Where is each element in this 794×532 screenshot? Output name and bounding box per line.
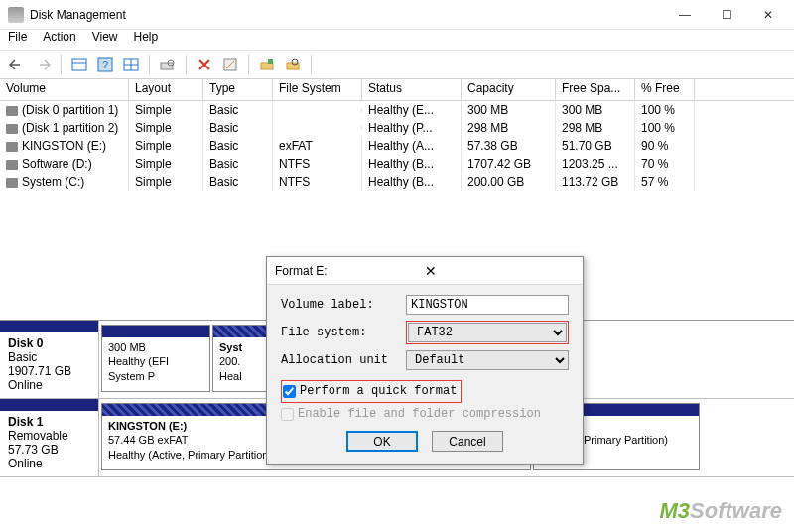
col-layout[interactable]: Layout — [129, 79, 203, 100]
col-free[interactable]: Free Spa... — [556, 79, 635, 100]
col-volume[interactable]: Volume — [0, 79, 129, 100]
col-pctfree[interactable]: % Free — [635, 79, 695, 100]
menu-view[interactable]: View — [92, 30, 118, 50]
dialog-title: Format E: — [275, 264, 425, 278]
forward-button[interactable] — [32, 54, 54, 75]
table-row[interactable]: KINGSTON (E:)SimpleBasicexFATHealthy (A.… — [0, 137, 794, 155]
ok-button[interactable]: OK — [346, 431, 418, 452]
quick-format-option[interactable]: Perform a quick format — [283, 384, 457, 398]
menu-file[interactable]: File — [8, 30, 27, 50]
col-type[interactable]: Type — [203, 79, 273, 100]
titlebar: Disk Management — ☐ ✕ — [0, 0, 794, 30]
close-button[interactable]: ✕ — [754, 5, 782, 25]
volume-label-input[interactable] — [406, 295, 569, 315]
svg-rect-0 — [72, 59, 86, 70]
properties-icon[interactable] — [219, 54, 241, 75]
help-icon[interactable]: ? — [94, 54, 116, 75]
dialog-close-button[interactable]: ✕ — [425, 263, 575, 279]
grid-icon[interactable] — [120, 54, 142, 75]
minimize-button[interactable]: — — [671, 5, 699, 25]
format-dialog: Format E: ✕ Volume label: File system: F… — [266, 256, 584, 465]
back-button[interactable] — [6, 54, 28, 75]
table-row[interactable]: (Disk 1 partition 2)SimpleBasicHealthy (… — [0, 119, 794, 137]
allocation-unit-label: Allocation unit — [281, 353, 406, 367]
file-system-select[interactable]: FAT32 — [408, 323, 567, 342]
table-row[interactable]: (Disk 0 partition 1)SimpleBasicHealthy (… — [0, 101, 794, 119]
disk-info[interactable]: Disk 1Removable57.73 GBOnline — [0, 399, 99, 476]
svg-rect-12 — [268, 59, 273, 64]
svg-rect-11 — [261, 63, 273, 69]
disk-info[interactable]: Disk 0Basic1907.71 GBOnline — [0, 321, 99, 398]
menu-help[interactable]: Help — [134, 30, 159, 50]
watermark: M3Software — [660, 498, 782, 524]
cancel-button[interactable]: Cancel — [432, 431, 503, 452]
panel-icon[interactable] — [68, 54, 90, 75]
volume-label-label: Volume label: — [281, 298, 406, 312]
maximize-button[interactable]: ☐ — [713, 5, 740, 25]
search-icon[interactable] — [282, 54, 304, 75]
menubar: File Action View Help — [0, 30, 794, 50]
volume-list[interactable]: (Disk 0 partition 1)SimpleBasicHealthy (… — [0, 101, 794, 220]
menu-action[interactable]: Action — [43, 30, 75, 50]
dialog-titlebar[interactable]: Format E: ✕ — [267, 257, 583, 285]
file-system-label: File system: — [281, 326, 406, 339]
disk-icon[interactable] — [256, 54, 278, 75]
col-filesystem[interactable]: File System — [273, 79, 362, 100]
compression-checkbox — [281, 408, 294, 421]
table-row[interactable]: Software (D:)SimpleBasicNTFSHealthy (B..… — [0, 155, 794, 173]
partition[interactable]: 300 MBHealthy (EFI System P — [101, 325, 210, 392]
col-capacity[interactable]: Capacity — [462, 79, 556, 100]
window-title: Disk Management — [30, 8, 671, 22]
svg-rect-7 — [161, 63, 173, 69]
volume-list-header: Volume Layout Type File System Status Ca… — [0, 79, 794, 101]
table-row[interactable]: System (C:)SimpleBasicNTFSHealthy (B...2… — [0, 173, 794, 191]
toolbar: ? — [0, 50, 794, 79]
app-icon — [8, 7, 24, 23]
quick-format-checkbox[interactable] — [283, 385, 296, 398]
rescan-icon[interactable] — [157, 54, 179, 75]
col-status[interactable]: Status — [362, 79, 462, 100]
delete-icon[interactable] — [194, 54, 215, 75]
compression-option: Enable file and folder compression — [281, 407, 569, 421]
allocation-unit-select[interactable]: Default — [406, 350, 569, 370]
svg-point-10 — [226, 66, 228, 68]
svg-text:?: ? — [102, 59, 108, 70]
